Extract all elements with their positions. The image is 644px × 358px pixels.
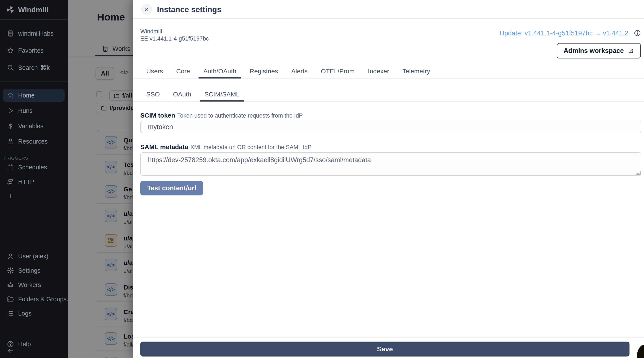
scim-token-input[interactable] <box>140 121 641 133</box>
auth-subtabs: SSO OAuth SCIM/SAML <box>142 88 244 102</box>
divider <box>133 18 644 19</box>
sidebar-item-settings[interactable]: Settings <box>0 264 68 276</box>
divider <box>133 337 644 337</box>
saml-metadata-label: SAML metadataXML metadata url OR content… <box>140 143 312 151</box>
sidebar-item-favorites[interactable]: Favorites <box>0 45 68 57</box>
windmill-logo-icon <box>5 5 15 15</box>
robot-icon <box>6 281 14 289</box>
sidebar-item-user[interactable]: User (alex) <box>0 250 68 262</box>
close-icon <box>144 7 150 12</box>
sidebar-item-home[interactable]: Home <box>3 89 64 102</box>
tab-otel-prom[interactable]: OTEL/Prom <box>316 65 359 79</box>
gear-icon <box>6 267 14 274</box>
collapse-sidebar-button[interactable] <box>0 345 68 357</box>
test-content-url-button[interactable]: Test content/url <box>140 181 203 195</box>
close-button[interactable] <box>141 4 152 15</box>
user-icon <box>6 252 14 260</box>
drawer-title: Instance settings <box>157 5 221 14</box>
sidebar-item-variables[interactable]: $ Variables <box>0 120 68 132</box>
sidebar-item-runs[interactable]: Runs <box>0 105 68 117</box>
subtab-scim-saml[interactable]: SCIM/SAML <box>200 88 244 102</box>
sidebar-item-workspace[interactable]: windmill-labs <box>0 28 68 40</box>
settings-tabs: Users Core Auth/OAuth Registries Alerts … <box>142 65 435 79</box>
tab-indexer[interactable]: Indexer <box>363 65 394 79</box>
tab-auth-oauth[interactable]: Auth/OAuth <box>198 65 241 79</box>
search-shortcut: ⌘k <box>40 64 50 71</box>
search-icon <box>6 64 14 72</box>
sidebar-item-schedules[interactable]: Schedules <box>0 161 68 173</box>
info-icon[interactable] <box>634 30 641 37</box>
sidebar-item-folders-groups[interactable]: Folders & Groups... <box>0 293 68 305</box>
tab-users[interactable]: Users <box>142 65 168 79</box>
update-link[interactable]: Update: v1.441.1-4-g51f5197bc → v1.441.2 <box>500 30 628 37</box>
folder-open-icon <box>6 295 14 303</box>
sidebar-item-logs[interactable]: Logs <box>0 307 68 319</box>
sidebar: Windmill windmill-labs Favorites <box>0 0 68 358</box>
plus-icon: + <box>6 192 14 200</box>
windmill-app: Home Works All </> f/all <box>0 0 644 358</box>
instance-settings-drawer: Instance settings Windmill EE v1.441.1-4… <box>133 0 644 358</box>
tab-telemetry[interactable]: Telemetry <box>398 65 435 79</box>
sidebar-item-http[interactable]: HTTP <box>0 176 68 188</box>
play-icon <box>6 107 14 115</box>
save-button[interactable]: Save <box>140 341 630 356</box>
arrow-left-icon <box>6 347 14 354</box>
divider <box>0 81 68 82</box>
saml-metadata-description: XML metadata url OR content for the SAML… <box>190 144 312 150</box>
subtab-oauth[interactable]: OAuth <box>168 88 196 102</box>
add-trigger-button[interactable]: + <box>0 190 68 202</box>
tab-registries[interactable]: Registries <box>245 65 282 79</box>
scim-token-description: Token used to authenticate requests from… <box>177 112 302 119</box>
tab-core[interactable]: Core <box>172 65 195 79</box>
calendar-icon <box>6 163 14 171</box>
app-name: Windmill <box>140 28 162 35</box>
admins-workspace-button[interactable]: Admins workspace <box>557 43 641 59</box>
building-icon <box>6 30 14 37</box>
sidebar-item-search[interactable]: Search ⌘k <box>0 62 68 74</box>
app-logo[interactable]: Windmill <box>0 0 68 19</box>
home-icon <box>6 92 14 99</box>
textarea-resize-handle[interactable] <box>636 171 640 175</box>
star-icon <box>6 47 14 54</box>
app-logo-text: Windmill <box>18 6 48 14</box>
tab-alerts[interactable]: Alerts <box>286 65 312 79</box>
sidebar-item-resources[interactable]: Resources <box>0 136 68 147</box>
triggers-section-label: TRIGGERS <box>4 156 28 161</box>
dollar-icon: $ <box>6 122 14 130</box>
route-icon <box>6 178 14 186</box>
logs-icon <box>6 309 14 317</box>
divider <box>0 19 68 20</box>
version-text: EE v1.441.1-4-g51f5197bc <box>140 36 209 42</box>
scim-token-label: SCIM tokenToken used to authenticate req… <box>140 112 303 119</box>
saml-metadata-textarea[interactable] <box>140 152 641 176</box>
cubes-icon <box>6 138 14 145</box>
external-link-icon <box>628 48 634 54</box>
subtab-sso[interactable]: SSO <box>142 88 164 102</box>
sidebar-item-workers[interactable]: Workers <box>0 279 68 291</box>
